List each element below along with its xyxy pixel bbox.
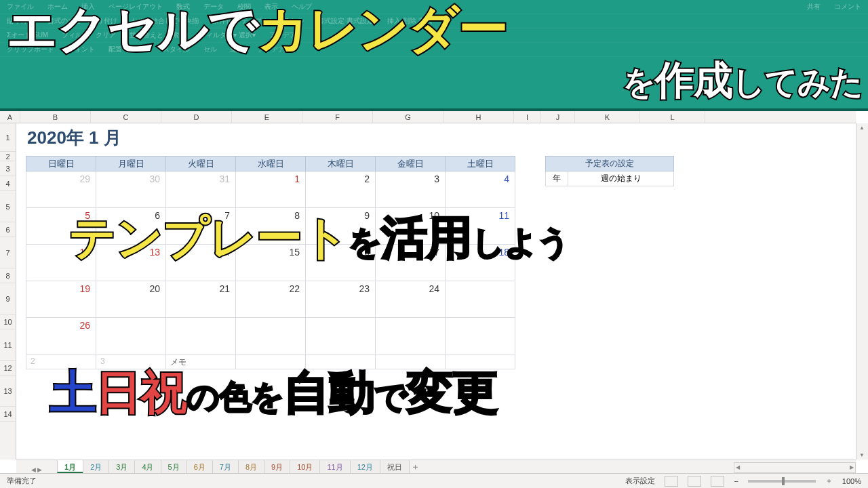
settings-year-label: 年 bbox=[546, 171, 568, 186]
calendar-cell[interactable] bbox=[376, 318, 446, 354]
calendar-header: 金曜日 bbox=[376, 157, 446, 171]
sheet-tab-6月[interactable]: 6月 bbox=[186, 460, 213, 473]
view-pagebreak-icon[interactable] bbox=[711, 476, 724, 487]
headline-2a: を bbox=[623, 64, 655, 100]
column-headers[interactable]: ABCDEFGHIJKL bbox=[0, 111, 856, 123]
zoom-in-icon[interactable]: ＋ bbox=[825, 476, 833, 486]
col-header-L[interactable]: L bbox=[640, 111, 705, 123]
row-header-4[interactable]: 4 bbox=[0, 176, 16, 191]
sheet-tab-7月[interactable]: 7月 bbox=[212, 460, 239, 473]
caption2-p2: 活用 bbox=[381, 211, 472, 263]
sheet-tab-9月[interactable]: 9月 bbox=[264, 460, 290, 473]
calendar-cell[interactable]: 24 bbox=[376, 281, 446, 318]
row-header-5[interactable]: 5 bbox=[0, 191, 16, 222]
calendar-cell[interactable] bbox=[236, 318, 306, 354]
calendar-cell[interactable]: 3 bbox=[376, 171, 446, 208]
calendar-cell[interactable] bbox=[446, 318, 515, 354]
calendar-cell[interactable]: 30 bbox=[96, 171, 166, 208]
view-layout-icon[interactable] bbox=[688, 476, 701, 487]
caption3-p1: の色を bbox=[186, 379, 283, 415]
sheet-tab-11月[interactable]: 11月 bbox=[319, 460, 350, 473]
calendar-cell[interactable]: 2 bbox=[306, 171, 376, 208]
caption3-p4: 変更 bbox=[407, 366, 498, 418]
caption2-p1: を bbox=[349, 224, 381, 260]
caption2-yellow: テンプレート bbox=[69, 211, 349, 263]
sheet-tab-4月[interactable]: 4月 bbox=[134, 460, 161, 473]
sheet-tab-2月[interactable]: 2月 bbox=[83, 460, 109, 473]
status-bar: 準備完了 表示設定 − ＋ 100% bbox=[0, 473, 868, 488]
col-header-J[interactable]: J bbox=[541, 111, 575, 123]
calendar-header: 土曜日 bbox=[446, 157, 515, 171]
calendar-cell[interactable] bbox=[446, 281, 515, 318]
calendar-header: 木曜日 bbox=[306, 157, 376, 171]
row-header-7[interactable]: 7 bbox=[0, 237, 16, 268]
display-settings[interactable]: 表示設定 bbox=[625, 476, 655, 486]
col-header-D[interactable]: D bbox=[161, 111, 232, 123]
calendar-cell[interactable]: 4 bbox=[446, 171, 515, 208]
sheet-tab-12月[interactable]: 12月 bbox=[350, 460, 380, 473]
row-header-13[interactable]: 13 bbox=[0, 375, 16, 407]
settings-table[interactable]: 予定表の設定 年 週の始まり bbox=[545, 156, 674, 186]
status-ready: 準備完了 bbox=[7, 476, 37, 486]
calendar-cell[interactable] bbox=[96, 318, 166, 354]
zoom-out-icon[interactable]: − bbox=[734, 477, 738, 485]
row-header-2[interactable]: 2 bbox=[0, 152, 16, 161]
row-header-1[interactable]: 1 bbox=[0, 123, 16, 152]
calendar-cell[interactable]: 19 bbox=[26, 281, 96, 318]
col-header-G[interactable]: G bbox=[373, 111, 443, 123]
headline-2b: 作成 bbox=[655, 58, 732, 102]
col-header-C[interactable]: C bbox=[91, 111, 161, 123]
col-header-F[interactable]: F bbox=[302, 111, 373, 123]
col-header-B[interactable]: B bbox=[20, 111, 91, 123]
caption-2: テンプレートを活用しよう bbox=[69, 207, 570, 269]
row-header-9[interactable]: 9 bbox=[0, 283, 16, 314]
calendar-cell[interactable]: 20 bbox=[96, 281, 166, 318]
row-header-6[interactable]: 6 bbox=[0, 222, 16, 237]
caption2-p3: しよう bbox=[472, 224, 570, 260]
calendar-cell[interactable] bbox=[306, 318, 376, 354]
vertical-scrollbar[interactable] bbox=[856, 123, 868, 460]
calendar-cell[interactable]: 1 bbox=[236, 171, 306, 208]
zoom-level[interactable]: 100% bbox=[842, 477, 861, 485]
sheet-tab-strip: ◀ ▶ 1月2月3月4月5月6月7月8月9月10月11月12月祝日 ＋ bbox=[16, 460, 856, 473]
sheet-tab-祝日[interactable]: 祝日 bbox=[380, 460, 410, 473]
row-header-3[interactable]: 3 bbox=[0, 161, 16, 176]
sheet-tab-3月[interactable]: 3月 bbox=[108, 460, 135, 473]
col-header-I[interactable]: I bbox=[514, 111, 541, 123]
sheet-tab-5月[interactable]: 5月 bbox=[161, 460, 187, 473]
col-header-H[interactable]: H bbox=[443, 111, 514, 123]
calendar-cell[interactable]: 26 bbox=[26, 318, 96, 354]
sheet-content: 2020年 1 月 日曜日月曜日火曜日水曜日木曜日金曜日土曜日 29303112… bbox=[16, 123, 856, 460]
calendar-cell[interactable] bbox=[166, 318, 236, 354]
add-sheet-button[interactable]: ＋ bbox=[409, 461, 422, 473]
col-header-E[interactable]: E bbox=[232, 111, 302, 123]
zoom-slider[interactable] bbox=[748, 480, 816, 483]
sheet-tab-1月[interactable]: 1月 bbox=[57, 460, 83, 473]
headline-1a: エクセルで bbox=[7, 1, 258, 57]
view-normal-icon[interactable] bbox=[665, 476, 678, 487]
calendar-cell[interactable]: 22 bbox=[236, 281, 306, 318]
headline-1: エクセルでカレンダー bbox=[7, 0, 507, 64]
calendar-cell[interactable]: 31 bbox=[166, 171, 236, 208]
horizontal-scrollbar[interactable] bbox=[734, 462, 856, 473]
spreadsheet-area: ABCDEFGHIJKL 1234567891011121314 2020年 1… bbox=[0, 111, 868, 473]
calendar-cell[interactable]: 23 bbox=[306, 281, 376, 318]
row-header-10[interactable]: 10 bbox=[0, 314, 16, 329]
settings-header: 予定表の設定 bbox=[546, 157, 674, 171]
row-header-14[interactable]: 14 bbox=[0, 407, 16, 422]
calendar-header: 火曜日 bbox=[166, 157, 236, 171]
sheet-tab-10月[interactable]: 10月 bbox=[290, 460, 320, 473]
calendar-cell[interactable]: 21 bbox=[166, 281, 236, 318]
row-header-12[interactable]: 12 bbox=[0, 361, 16, 375]
row-header-11[interactable]: 11 bbox=[0, 329, 16, 361]
calendar-cell[interactable]: 29 bbox=[26, 171, 96, 208]
row-headers[interactable]: 1234567891011121314 bbox=[0, 123, 16, 460]
month-title: 2020年 1 月 bbox=[27, 126, 121, 150]
col-header-A[interactable]: A bbox=[0, 111, 20, 123]
col-header-K[interactable]: K bbox=[575, 111, 640, 123]
tab-nav-arrows[interactable]: ◀ ▶ bbox=[16, 466, 57, 473]
row-header-8[interactable]: 8 bbox=[0, 268, 16, 283]
caption3-blue: 土 bbox=[50, 366, 96, 418]
sheet-tab-8月[interactable]: 8月 bbox=[238, 460, 264, 473]
headline-2: を作成してみた bbox=[623, 54, 863, 107]
